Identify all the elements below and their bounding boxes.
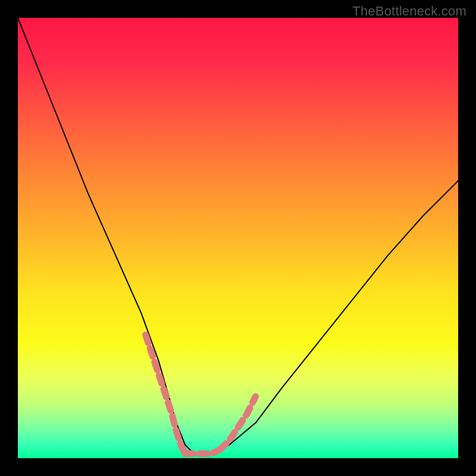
chart-frame: TheBottleneck.com (0, 0, 476, 476)
watermark-text: TheBottleneck.com (352, 4, 466, 19)
gradient-background (18, 18, 458, 458)
chart-svg (18, 18, 458, 458)
plot-area (18, 18, 458, 458)
